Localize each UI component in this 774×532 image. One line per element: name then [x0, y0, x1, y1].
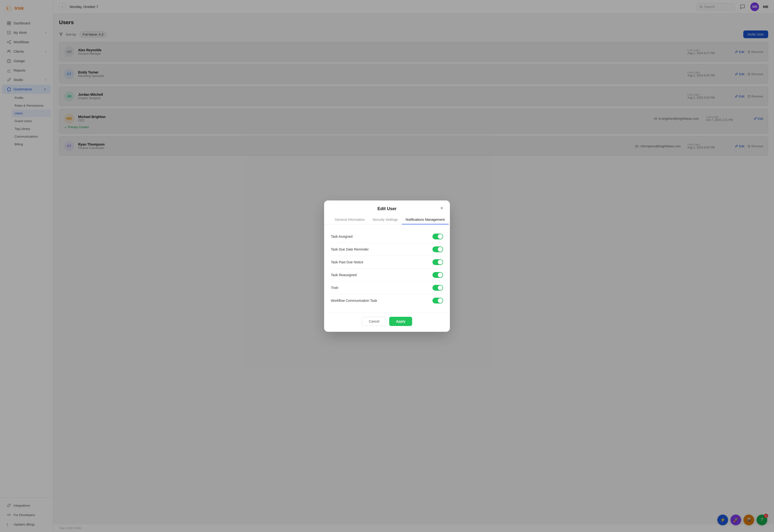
notification-label: Task Due Date Reminder [331, 247, 369, 251]
notification-label: Task Assigned [331, 235, 353, 238]
cancel-button[interactable]: Cancel [362, 317, 387, 326]
notification-row: Task Assigned [331, 230, 443, 243]
tab-notifications-management[interactable]: Notifications Management [402, 215, 449, 224]
notification-label: Task Past Due Notice [331, 260, 363, 264]
notification-toggle-task-reassigned[interactable] [432, 272, 443, 278]
modal-header: Edit User ✕ [324, 200, 450, 211]
tab-general-information[interactable]: General Information [331, 215, 369, 224]
edit-user-modal: Edit User ✕ General Information Security… [324, 200, 450, 332]
notification-toggle-task-assigned[interactable] [432, 234, 443, 239]
notification-row: Task Reassigned [331, 269, 443, 281]
notification-row: Trish [331, 281, 443, 294]
modal-body: Task Assigned Task Due Date Reminder Tas… [324, 224, 450, 313]
notification-toggle-workflow-communication[interactable] [432, 298, 443, 303]
notification-row: Workflow Communication Task [331, 294, 443, 307]
notification-label: Trish [331, 286, 338, 290]
modal-close-button[interactable]: ✕ [438, 205, 445, 212]
notification-toggle-task-due-date[interactable] [432, 246, 443, 252]
notification-label: Workflow Communication Task [331, 299, 377, 303]
apply-button[interactable]: Apply [389, 317, 412, 326]
notification-toggle-task-past-due[interactable] [432, 259, 443, 265]
notification-row: Task Due Date Reminder [331, 243, 443, 256]
tab-security-settings[interactable]: Security Settings [369, 215, 402, 224]
modal-footer: Cancel Apply [324, 313, 450, 332]
modal-tabs: General Information Security Settings No… [324, 211, 450, 224]
notification-toggle-trish[interactable] [432, 285, 443, 291]
modal-overlay[interactable]: Edit User ✕ General Information Security… [0, 0, 774, 532]
notification-row: Task Past Due Notice [331, 256, 443, 269]
notification-label: Task Reassigned [331, 273, 357, 277]
modal-title: Edit User [377, 206, 396, 211]
